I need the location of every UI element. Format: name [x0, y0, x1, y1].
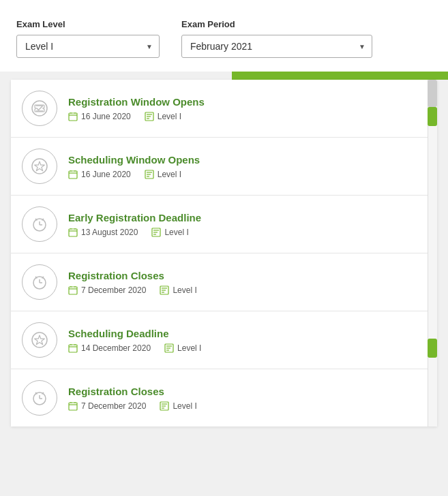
exam-period-group: Exam Period February 2021 August 2021 No… — [181, 19, 372, 58]
list-item: Registration Closes 7 December 2020 — [11, 253, 428, 311]
svg-rect-26 — [69, 229, 77, 236]
level-value: Level I — [177, 343, 201, 353]
scrollbar-thumb-green2[interactable] — [428, 339, 437, 358]
alarm-icon — [22, 264, 57, 300]
scrollbar[interactable] — [428, 80, 437, 427]
svg-rect-62 — [69, 403, 77, 410]
item-title: Early Registration Deadline — [68, 212, 417, 223]
calendar-icon — [68, 285, 78, 295]
list-item: Early Registration Deadline 13 August 20… — [11, 196, 428, 253]
level-icon — [151, 228, 161, 237]
svg-rect-49 — [69, 345, 77, 352]
exam-period-select[interactable]: February 2021 August 2021 November 2021 — [181, 35, 372, 58]
svg-marker-48 — [35, 335, 45, 345]
level-icon — [145, 112, 154, 121]
date-meta: 13 August 2020 — [68, 228, 138, 237]
star-icon — [22, 322, 57, 358]
level-meta: Level I — [145, 112, 181, 121]
item-meta: 7 December 2020 Level I — [68, 285, 417, 295]
date-meta: 16 June 2020 — [68, 170, 131, 179]
star-icon — [22, 149, 57, 184]
level-value: Level I — [164, 228, 188, 237]
level-icon — [164, 343, 174, 353]
calendar-icon — [68, 170, 78, 179]
date-meta: 7 December 2020 — [68, 401, 146, 411]
item-title: Scheduling Deadline — [68, 328, 417, 339]
date-meta: 16 June 2020 — [68, 112, 131, 121]
item-meta: 7 December 2020 Level I — [68, 401, 417, 411]
level-meta: Level I — [160, 401, 196, 411]
scrollbar-thumb-green[interactable] — [428, 107, 437, 126]
filter-section: Exam Level Level I Level II Level III Ex… — [0, 0, 448, 72]
item-meta: 13 August 2020 Level I — [68, 228, 417, 237]
events-list-container: Registration Window Opens 16 June 2020 — [11, 80, 437, 427]
svg-rect-13 — [69, 171, 77, 179]
item-meta: 16 June 2020 Level I — [68, 112, 417, 121]
svg-point-47 — [32, 332, 47, 347]
date-meta: 7 December 2020 — [68, 285, 146, 295]
alarm-icon — [22, 380, 57, 416]
svg-marker-12 — [35, 161, 45, 171]
green-accent-bar — [232, 72, 448, 80]
calendar-icon — [68, 343, 78, 353]
exam-period-select-wrapper: February 2021 August 2021 November 2021 — [181, 35, 372, 58]
list-item: Scheduling Deadline 14 December 2020 — [11, 311, 428, 369]
date-value: 7 December 2020 — [81, 401, 146, 411]
level-value: Level I — [173, 401, 196, 411]
calendar-icon — [68, 401, 78, 411]
level-value: Level I — [173, 285, 196, 295]
exam-level-label: Exam Level — [16, 19, 160, 29]
exam-period-label: Exam Period — [181, 19, 372, 29]
item-title: Scheduling Window Opens — [68, 154, 417, 166]
calendar-icon — [68, 112, 78, 121]
list-item: Registration Window Opens 16 June 2020 — [11, 80, 428, 138]
item-content: Scheduling Window Opens 16 June 2020 — [68, 154, 417, 179]
date-value: 7 December 2020 — [81, 285, 146, 295]
ticket-icon — [22, 91, 57, 126]
alarm-icon — [22, 206, 57, 242]
level-meta: Level I — [145, 170, 181, 179]
item-content: Early Registration Deadline 13 August 20… — [68, 212, 417, 237]
item-content: Registration Window Opens 16 June 2020 — [68, 96, 417, 121]
level-meta: Level I — [164, 343, 201, 353]
level-meta: Level I — [160, 285, 196, 295]
date-value: 16 June 2020 — [81, 112, 131, 121]
date-value: 16 June 2020 — [81, 170, 131, 179]
item-content: Registration Closes 7 December 2020 — [68, 386, 417, 411]
events-list: Registration Window Opens 16 June 2020 — [11, 80, 428, 427]
exam-level-group: Exam Level Level I Level II Level III — [16, 19, 160, 58]
svg-point-11 — [32, 159, 47, 174]
item-content: Registration Closes 7 December 2020 — [68, 270, 417, 295]
item-meta: 16 June 2020 Level I — [68, 170, 417, 179]
exam-level-select-wrapper: Level I Level II Level III — [16, 35, 160, 58]
date-value: 14 December 2020 — [81, 343, 151, 353]
svg-rect-3 — [69, 113, 77, 121]
item-meta: 14 December 2020 Level I — [68, 343, 417, 353]
level-icon — [160, 285, 169, 295]
list-item: Registration Closes 7 December 2020 — [11, 369, 428, 427]
list-item: Scheduling Window Opens 16 June 2020 — [11, 138, 428, 196]
item-title: Registration Closes — [68, 386, 417, 397]
level-meta: Level I — [151, 228, 188, 237]
level-value: Level I — [158, 170, 181, 179]
date-value: 13 August 2020 — [81, 228, 138, 237]
calendar-icon — [68, 228, 78, 237]
exam-level-select[interactable]: Level I Level II Level III — [16, 35, 160, 58]
scrollbar-thumb[interactable] — [428, 80, 437, 107]
item-title: Registration Closes — [68, 270, 417, 281]
level-icon — [160, 401, 169, 411]
svg-rect-39 — [69, 287, 77, 294]
item-title: Registration Window Opens — [68, 96, 417, 108]
level-value: Level I — [158, 112, 181, 121]
item-content: Scheduling Deadline 14 December 2020 — [68, 328, 417, 353]
level-icon — [145, 170, 154, 179]
date-meta: 14 December 2020 — [68, 343, 151, 353]
